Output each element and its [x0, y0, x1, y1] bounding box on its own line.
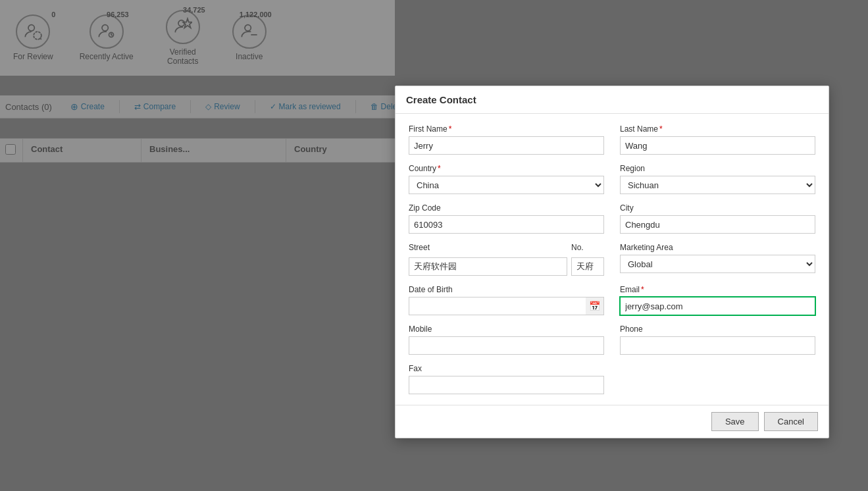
region-group: Region Sichuan Beijing Shanghai Guangdon…: [620, 164, 815, 194]
dob-input[interactable]: [409, 297, 604, 315]
last-name-label: Last Name*: [620, 124, 815, 134]
city-label: City: [620, 203, 815, 213]
zip-code-input[interactable]: [409, 215, 604, 234]
region-select[interactable]: Sichuan Beijing Shanghai Guangdong: [620, 176, 815, 194]
street-label: Street: [409, 243, 567, 252]
country-group: Country* China USA Germany Japan UK: [409, 164, 604, 194]
phone-input[interactable]: [620, 336, 815, 355]
email-input[interactable]: [620, 297, 815, 315]
phone-group: Phone: [620, 324, 815, 355]
dob-row: 📅: [409, 297, 604, 315]
no-label: No.: [571, 243, 604, 252]
last-name-group: Last Name*: [620, 124, 815, 155]
first-name-input[interactable]: [409, 136, 604, 155]
country-select[interactable]: China USA Germany Japan UK: [409, 176, 604, 194]
cancel-button[interactable]: Cancel: [764, 412, 818, 431]
fax-group: Fax: [409, 364, 604, 394]
street-no-input[interactable]: [571, 257, 604, 276]
city-input[interactable]: [620, 215, 815, 234]
zip-code-group: Zip Code: [409, 203, 604, 234]
region-label: Region: [620, 164, 815, 173]
phone-label: Phone: [620, 324, 815, 334]
mobile-label: Mobile: [409, 324, 604, 334]
first-name-label: First Name*: [409, 124, 604, 134]
marketing-area-label: Marketing Area: [620, 243, 815, 252]
street-input[interactable]: [409, 257, 567, 276]
create-contact-dialog: Create Contact First Name* Last Name* Co…: [395, 86, 829, 438]
first-name-group: First Name*: [409, 124, 604, 155]
dialog-footer: Save Cancel: [396, 405, 829, 438]
mobile-input[interactable]: [409, 336, 604, 355]
dialog-title: Create Contact: [396, 86, 829, 114]
save-button[interactable]: Save: [711, 412, 759, 431]
dob-calendar-button[interactable]: 📅: [586, 297, 604, 315]
dialog-body: First Name* Last Name* Country* China US…: [396, 114, 829, 405]
zip-code-label: Zip Code: [409, 203, 604, 213]
last-name-input[interactable]: [620, 136, 815, 155]
email-group: Email*: [620, 285, 815, 315]
city-group: City: [620, 203, 815, 234]
dob-label: Date of Birth: [409, 285, 604, 294]
street-inputs: [409, 257, 604, 276]
dob-group: Date of Birth 📅: [409, 285, 604, 315]
street-group: Street No.: [409, 243, 604, 276]
email-label: Email*: [620, 285, 815, 294]
marketing-area-select[interactable]: Global APAC EMEA Americas: [620, 255, 815, 273]
country-label: Country*: [409, 164, 604, 173]
mobile-group: Mobile: [409, 324, 604, 355]
fax-input[interactable]: [409, 376, 604, 394]
marketing-area-group: Marketing Area Global APAC EMEA Americas: [620, 243, 815, 276]
fax-label: Fax: [409, 364, 604, 373]
street-labels: Street No.: [409, 243, 604, 252]
